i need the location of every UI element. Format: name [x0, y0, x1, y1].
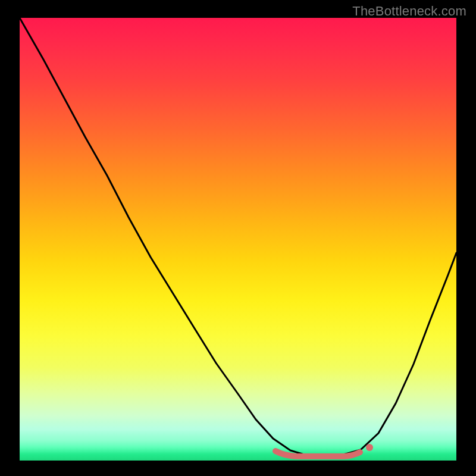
- optimal-range-segment: [275, 451, 360, 456]
- marker-dot: [366, 444, 373, 451]
- watermark-text: TheBottleneck.com: [352, 4, 466, 19]
- chart-frame: TheBottleneck.com: [0, 0, 476, 476]
- curve-layer: [20, 18, 456, 461]
- plot-area: [20, 18, 456, 461]
- bottleneck-curve: [20, 18, 456, 456]
